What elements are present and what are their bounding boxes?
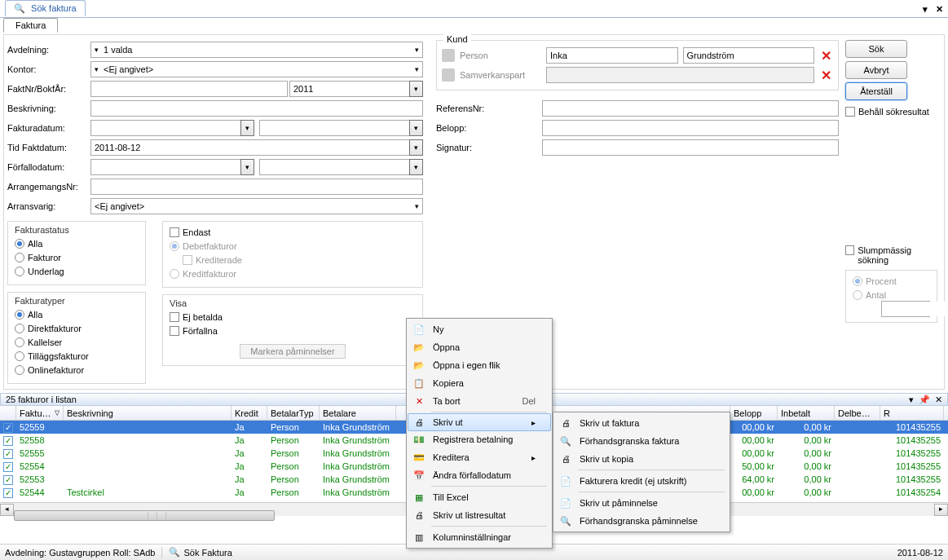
fakturadatum-to-input[interactable]: [259, 120, 409, 136]
submenu-fakturera-kredit[interactable]: 📄Fakturera kredit (ej utskrift): [555, 472, 728, 490]
chevron-down-icon[interactable]: ▾: [409, 159, 423, 175]
bokfar-year-input[interactable]: [289, 81, 409, 97]
row-checkbox[interactable]: ✓: [3, 488, 13, 498]
forfallodatum-to-input[interactable]: [259, 159, 409, 175]
krediterade-checkbox[interactable]: [183, 255, 192, 265]
menu-kolumninstallningar[interactable]: ▥Kolumninställningar: [408, 528, 550, 546]
scroll-left-icon[interactable]: ◂: [0, 504, 14, 516]
panel-min-icon[interactable]: ▾: [909, 395, 914, 405]
menu-kreditera[interactable]: 💳Kreditera▸: [408, 448, 550, 466]
antal-radio[interactable]: [853, 290, 862, 300]
row-checkbox[interactable]: ✓: [3, 423, 13, 433]
scroll-right-icon[interactable]: ▸: [934, 504, 948, 516]
slump-value-input[interactable]: [882, 302, 948, 316]
procent-radio[interactable]: [853, 276, 862, 286]
col-check[interactable]: [0, 406, 16, 420]
clear-samverkanspart-icon[interactable]: ✕: [819, 68, 833, 83]
fakturatyper-radio-1[interactable]: [15, 324, 24, 333]
ej-betalda-checkbox[interactable]: [170, 312, 179, 322]
col-betalartyp[interactable]: BetalarTyp: [267, 406, 320, 420]
row-checkbox[interactable]: ✓: [3, 436, 13, 446]
fakturastatus-radio-2[interactable]: [15, 267, 24, 276]
panel-close-icon[interactable]: ✕: [935, 395, 942, 405]
endast-checkbox[interactable]: [170, 227, 179, 237]
behall-checkbox[interactable]: [845, 107, 855, 117]
belopp-input[interactable]: [542, 120, 839, 136]
menu-till-excel[interactable]: ▦Till Excel: [408, 488, 550, 506]
aterstall-button[interactable]: Återställ: [845, 82, 907, 100]
kontor-dropdown[interactable]: ▾ <Ej angivet> ▾: [90, 61, 423, 77]
slumpmassig-checkbox[interactable]: [845, 245, 854, 255]
row-checkbox[interactable]: ✓: [3, 449, 13, 459]
menu-kopiera[interactable]: 📋Kopiera: [408, 374, 550, 392]
col-inbetalt[interactable]: Inbetalt: [778, 406, 835, 420]
faktnr-input[interactable]: [90, 81, 288, 97]
fakturastatus-label-1: Fakturor: [28, 253, 61, 262]
minimize-icon[interactable]: ▾: [923, 4, 928, 14]
menu-registrera[interactable]: 💵Registrera betalning: [408, 430, 550, 448]
fakturatyper-radio-0[interactable]: [15, 310, 24, 320]
submenu-skriv-ut-kopia[interactable]: 🖨Skriv ut kopia: [555, 450, 728, 468]
chevron-down-icon[interactable]: ▾: [409, 81, 423, 97]
chevron-down-icon[interactable]: ▾: [409, 120, 423, 136]
arrangemangsnr-input[interactable]: [90, 179, 423, 195]
avbryt-button[interactable]: Avbryt: [845, 61, 907, 79]
menu-oppna-flik[interactable]: 📂Öppna i egen flik: [408, 356, 550, 374]
panel-pin-icon[interactable]: 📌: [919, 395, 930, 405]
menu-skriv-ut-listresultat[interactable]: 🖨Skriv ut listresultat: [408, 506, 550, 524]
chevron-down-icon: ▾: [95, 46, 99, 54]
submenu-forhandsgranska-paminnelse[interactable]: 🔍Förhandsgranska påminnelse: [555, 512, 728, 530]
arransvarig-dropdown[interactable]: <Ej angivet> ▾: [90, 198, 423, 214]
money-icon: 💵: [412, 432, 426, 447]
markera-paminnelser-button[interactable]: Markera påminnelser: [240, 344, 345, 359]
forfallna-checkbox[interactable]: [170, 326, 179, 336]
col-delbe[interactable]: Delbe…: [835, 406, 880, 420]
row-checkbox[interactable]: ✓: [3, 475, 13, 485]
fakturatyper-radio-3[interactable]: [15, 351, 24, 361]
fakturatyper-label-4: Onlinefakturor: [28, 365, 84, 375]
debetfakturor-radio[interactable]: [170, 241, 179, 251]
avdelning-dropdown[interactable]: ▾ 1 valda ▾: [90, 42, 423, 58]
person-firstname-input[interactable]: [546, 47, 678, 64]
fakturatyper-radio-2[interactable]: [15, 337, 24, 347]
sok-button[interactable]: Sök: [845, 40, 907, 58]
tidfaktdatum-input[interactable]: [90, 139, 409, 156]
col-belopp[interactable]: Belopp: [730, 406, 778, 420]
samverkanspart-input[interactable]: [546, 67, 814, 83]
kreditfakturor-radio[interactable]: [170, 269, 179, 279]
clear-person-icon[interactable]: ✕: [819, 48, 833, 64]
submenu-forhandsgranska-faktura[interactable]: 🔍Förhandsgranska faktura: [555, 432, 728, 450]
col-beskrivning[interactable]: Beskrivning: [64, 406, 231, 420]
person-lastname-input[interactable]: [683, 47, 815, 64]
referensnr-input[interactable]: [542, 100, 839, 117]
chevron-down-icon[interactable]: ▾: [240, 120, 254, 136]
beskrivning-input[interactable]: [90, 100, 423, 117]
window-tab-sok-faktura[interactable]: 🔍 Sök faktura: [5, 0, 86, 16]
tab-faktura[interactable]: Faktura: [3, 18, 58, 33]
menu-ta-bort[interactable]: ✕Ta bortDel: [408, 392, 550, 410]
menu-oppna[interactable]: 📂Öppna: [408, 338, 550, 356]
forfallodatum-from-input[interactable]: [90, 159, 240, 175]
col-betalare[interactable]: Betalare: [320, 406, 396, 420]
scroll-thumb[interactable]: ⋮⋮⋮: [14, 510, 275, 521]
menu-andra-forfallodatum[interactable]: 📅Ändra förfallodatum: [408, 466, 550, 484]
close-icon[interactable]: ✕: [936, 4, 943, 14]
col-r[interactable]: R: [880, 406, 944, 420]
col-faktu[interactable]: Faktu…▽: [16, 406, 64, 420]
row-checkbox[interactable]: ✓: [3, 462, 13, 472]
fakturastatus-radio-0[interactable]: [15, 239, 24, 249]
menu-skriv-ut[interactable]: 🖨Skriv ut▸: [408, 413, 551, 431]
submenu-skriv-ut-paminnelse[interactable]: 📄Skriv ut påminnelse: [555, 494, 728, 512]
submenu-skriv-ut-faktura[interactable]: 🖨Skriv ut faktura: [555, 414, 728, 432]
chevron-down-icon[interactable]: ▾: [409, 139, 423, 156]
signatur-input[interactable]: [542, 139, 839, 156]
menu-ny[interactable]: 📄Ny: [408, 320, 550, 338]
chevron-down-icon[interactable]: ▾: [240, 159, 254, 175]
fakturatyper-label-0: Alla: [28, 310, 42, 320]
slump-spinner[interactable]: ▲▼: [881, 301, 930, 317]
fakturastatus-radio-1[interactable]: [15, 253, 24, 262]
col-kredit[interactable]: Kredit: [231, 406, 267, 420]
fakturatyper-radio-4[interactable]: [15, 365, 24, 375]
cell-faktnr: 52555: [16, 448, 64, 458]
fakturadatum-from-input[interactable]: [90, 120, 240, 136]
